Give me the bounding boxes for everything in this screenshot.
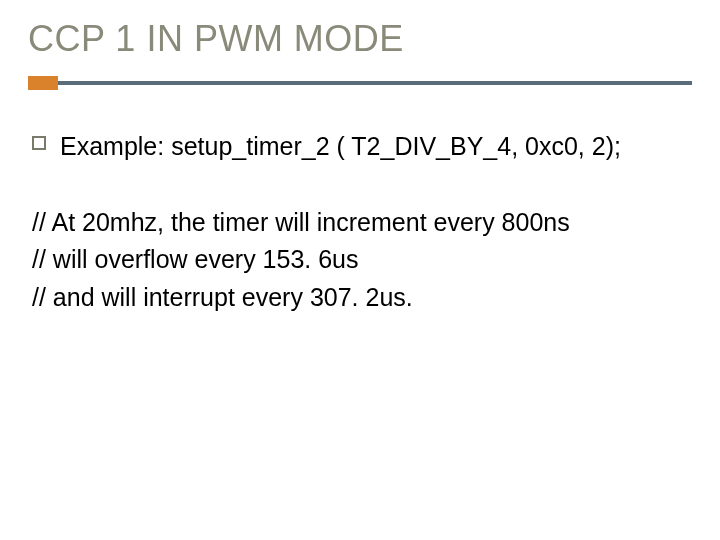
comment-line-3: // and will interrupt every 307. 2us. <box>32 279 692 317</box>
bullet-item: Example: setup_timer_2 ( T2_DIV_BY_4, 0x… <box>32 130 692 164</box>
comment-line-1: // At 20mhz, the timer will increment ev… <box>32 204 692 242</box>
code-comments: // At 20mhz, the timer will increment ev… <box>32 204 692 317</box>
square-bullet-icon <box>32 136 46 150</box>
comment-line-2: // will overflow every 153. 6us <box>32 241 692 279</box>
title-divider <box>28 76 692 90</box>
horizontal-rule <box>58 81 692 85</box>
slide-title: CCP 1 IN PWM MODE <box>28 18 692 60</box>
slide: CCP 1 IN PWM MODE Example: setup_timer_2… <box>0 0 720 540</box>
accent-box-icon <box>28 76 58 90</box>
bullet-text: Example: setup_timer_2 ( T2_DIV_BY_4, 0x… <box>60 130 621 164</box>
slide-content: Example: setup_timer_2 ( T2_DIV_BY_4, 0x… <box>28 130 692 316</box>
